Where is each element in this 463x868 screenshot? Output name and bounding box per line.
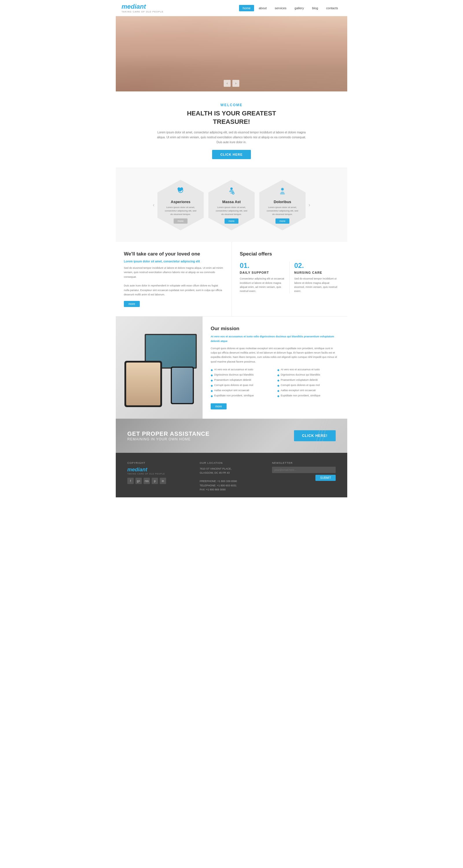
list-item: ◆Corrupti quos dolores et quas mol xyxy=(277,384,339,387)
list-item: ◆At vero eos et accusamus et iusto xyxy=(277,368,339,372)
footer: COPYRIGHT mediant taking care of old peo… xyxy=(116,453,347,497)
offers-grid: 01. DAILY SUPPORT Consectetur adipiscing… xyxy=(240,261,339,293)
list-item: ◆Praesentium voluptatum deleniti xyxy=(211,378,273,382)
cta-main-text: GET PROPER ASSISTANCE xyxy=(127,431,210,437)
social-pinterest-icon[interactable]: p xyxy=(152,478,158,484)
device-tablet xyxy=(124,361,162,407)
social-google-icon[interactable]: g+ xyxy=(135,478,142,484)
care-highlight: Lorem ipsum dolor sit amet, consectetur … xyxy=(124,260,223,263)
list-item: ◆Aatlas excepturi sint occaecati xyxy=(211,389,273,392)
hex-more-btn-1[interactable]: more xyxy=(174,218,188,224)
hex-item-2: Massa Ast Lorem ipsum dolor sit amet, co… xyxy=(208,180,255,230)
cta-banner: GET PROPER ASSISTANCE REMAINING IN YOUR … xyxy=(116,418,347,453)
logo-name: mediant xyxy=(122,3,163,10)
hex-text-2: Lorem ipsum dolor sit amet, consectetur … xyxy=(214,206,249,216)
mission-body: Corrupti quos dolores et quas molestiae … xyxy=(211,346,339,364)
nav-item-gallery[interactable]: gallery xyxy=(291,5,307,11)
list-item: ◆Dignissimos ducimus qui blanditiis xyxy=(277,373,339,377)
social-facebook-icon[interactable]: f xyxy=(127,478,134,484)
hex-title-1: Asperiores xyxy=(171,199,190,204)
nav-item-about[interactable]: about xyxy=(255,5,270,11)
hex-item-1: Asperiores Lorem ipsum dolor sit amet, c… xyxy=(157,180,204,230)
offer-divider xyxy=(289,261,290,293)
offer-text-1: Consectetur adipiscing elit ut occaecat … xyxy=(240,277,285,293)
mission-image-col xyxy=(116,316,203,418)
offer-name-1: DAILY SUPPORT xyxy=(240,271,285,274)
mission-text-col: Our mission At vero eos et accusamus et … xyxy=(203,316,347,418)
list-item: ◆Dignissimos ducimus qui blanditiis xyxy=(211,373,273,377)
welcome-section: WELCOME HEALTH IS YOUR GREATESTTREASURE!… xyxy=(116,91,347,168)
footer-copyright-label: COPYRIGHT xyxy=(127,462,191,464)
welcome-title: HEALTH IS YOUR GREATESTTREASURE! xyxy=(139,110,324,126)
nav-item-services[interactable]: services xyxy=(271,5,290,11)
hex-text-1: Lorem ipsum dolor sit amet, consectetur … xyxy=(163,206,198,216)
svg-point-4 xyxy=(282,188,283,190)
care-body: Sed do eiusmod tempor incididunt ut labo… xyxy=(124,266,223,297)
nav-item-home[interactable]: home xyxy=(239,5,254,11)
list-item: ◆Praesentium voluptatum deleniti xyxy=(277,378,339,382)
list-item: ◆Eupiditate non provident, similique xyxy=(277,394,339,398)
footer-logo-tag: taking care of old people xyxy=(127,473,191,475)
hex-icon-1 xyxy=(176,186,185,197)
care-column: We'll take care of your loved one Lorem … xyxy=(116,242,232,316)
mission-section: Our mission At vero eos et accusamus et … xyxy=(116,316,347,418)
hex-text-3: Lorem ipsum dolor sit amet, consectetur … xyxy=(265,206,300,216)
click-here-button[interactable]: CLICK HERE xyxy=(212,150,251,159)
cta-button[interactable]: CLICK HERE! xyxy=(294,430,336,441)
footer-address: 7610 ST VINCENT PLACE, GLASGOW, DC 45 FR… xyxy=(200,467,263,492)
header: mediant taking care of old people home a… xyxy=(116,0,347,16)
hex-item-3: Doloribus Lorem ipsum dolor sit amet, co… xyxy=(259,180,306,230)
offers-column: Special offers 01. DAILY SUPPORT Consect… xyxy=(232,242,347,316)
offers-title: Special offers xyxy=(240,251,339,257)
care-title: We'll take care of your loved one xyxy=(124,251,223,257)
cta-sub-text: REMAINING IN YOUR OWN HOME xyxy=(127,437,210,441)
offer-number-1: 01. xyxy=(240,261,285,270)
list-item: ◆Eupiditate non provident, similique xyxy=(211,394,273,398)
hero-next-button[interactable]: › xyxy=(233,80,239,87)
social-linkedin-icon[interactable]: in xyxy=(160,478,166,484)
offer-number-2: 02. xyxy=(294,261,339,270)
hexagons-container: Asperiores Lorem ipsum dolor sit amet, c… xyxy=(157,180,306,230)
logo[interactable]: mediant taking care of old people xyxy=(122,3,163,13)
footer-location-col: OUR LOCATION 7610 ST VINCENT PLACE, GLAS… xyxy=(200,462,263,492)
care-more-button[interactable]: more xyxy=(124,301,140,307)
svg-point-1 xyxy=(230,187,233,190)
hero-section: ‹ › xyxy=(116,16,347,91)
offer-item-2: 02. NURSING CARE Sed do eiusmod tempor i… xyxy=(294,261,339,293)
hex-icon-2 xyxy=(227,186,236,197)
mission-more-button[interactable]: more xyxy=(211,403,226,409)
footer-logo-name: mediant xyxy=(127,467,191,473)
mission-highlight: At vero eos et accusamus et iusto odio d… xyxy=(211,335,339,343)
cta-text: GET PROPER ASSISTANCE REMAINING IN YOUR … xyxy=(127,431,210,441)
offer-name-2: NURSING CARE xyxy=(294,271,339,274)
mission-title: Our mission xyxy=(211,326,339,332)
welcome-body: Lorem ipsum dolor sit amet, consectetur … xyxy=(156,130,307,145)
services-section: ‹ Asperiores Lorem ipsum dolor sit amet,… xyxy=(116,168,347,242)
svg-point-2 xyxy=(233,192,234,194)
hero-controls: ‹ › xyxy=(224,80,239,87)
mission-list-col1: ◆At vero eos et accusamus et iusto ◆Dign… xyxy=(211,368,273,399)
nav-item-contacts[interactable]: contacts xyxy=(323,5,341,11)
device-phone xyxy=(171,367,194,404)
list-item: ◆At vero eos et accusamus et iusto xyxy=(211,368,273,372)
hex-more-btn-2[interactable]: more xyxy=(224,218,239,224)
services-prev-button[interactable]: ‹ xyxy=(150,199,157,211)
hex-more-btn-3[interactable]: more xyxy=(276,218,290,224)
mission-list-col2: ◆At vero eos et accusamus et iusto ◆Dign… xyxy=(277,368,339,399)
footer-location-label: OUR LOCATION xyxy=(200,462,263,464)
list-item: ◆Aatlas excepturi sint occaecati xyxy=(277,389,339,392)
hex-icon-3 xyxy=(278,186,287,197)
hex-title-3: Doloribus xyxy=(274,199,291,204)
hex-title-2: Massa Ast xyxy=(222,199,241,204)
main-nav: home about services gallery blog contact… xyxy=(239,5,341,11)
offer-item-1: 01. DAILY SUPPORT Consectetur adipiscing… xyxy=(240,261,285,293)
nav-item-blog[interactable]: blog xyxy=(308,5,321,11)
hero-prev-button[interactable]: ‹ xyxy=(224,80,230,87)
footer-brand-col: COPYRIGHT mediant taking care of old peo… xyxy=(127,462,191,492)
mission-lists: ◆At vero eos et accusamus et iusto ◆Dign… xyxy=(211,368,339,399)
social-rss-icon[interactable]: rss xyxy=(144,478,150,484)
mid-section: We'll take care of your loved one Lorem … xyxy=(116,242,347,316)
newsletter-submit-button[interactable]: SUBMIT xyxy=(315,475,336,481)
newsletter-input[interactable] xyxy=(272,467,336,473)
services-next-button[interactable]: › xyxy=(306,199,313,211)
